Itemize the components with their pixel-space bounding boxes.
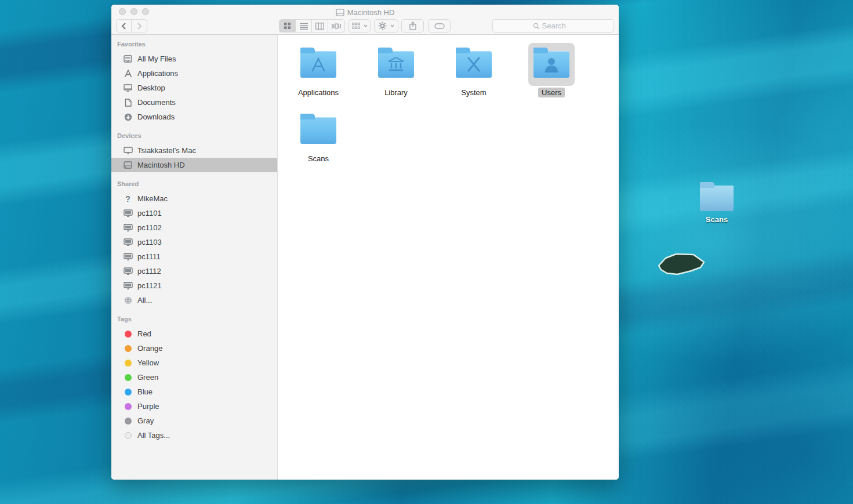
search-icon [533,23,540,30]
sidebar-tag-gray[interactable]: Gray [111,414,277,428]
sidebar-item-label: Gray [137,416,154,425]
sidebar-item-pc1101[interactable]: pc1101 [111,206,277,220]
network-pc-icon [123,282,133,289]
grid-view-icon [284,22,291,30]
coverflow-view-icon [332,23,341,30]
folder-system[interactable]: System [435,43,513,109]
tag-button[interactable] [428,19,451,32]
forward-button[interactable] [132,20,147,32]
desktop-folder-scans[interactable]: Scans [696,181,738,224]
yellow-tag-icon [125,360,132,367]
folder-label: Users [538,88,565,97]
network-pc-icon [123,224,133,231]
sidebar-item-pc1103[interactable]: pc1103 [111,235,277,249]
arrange-button[interactable] [349,19,371,32]
hard-drive-icon [123,161,133,169]
tag-icon [434,23,445,29]
share-button[interactable] [401,19,424,32]
red-tag-icon [125,331,132,338]
nav-buttons [116,19,147,32]
sidebar-item-label: Red [137,329,151,338]
coverflow-view-button[interactable] [328,20,344,32]
folder-icon [451,43,497,86]
finder-window: Macintosh HD [111,5,619,480]
orange-tag-icon [125,345,132,352]
sidebar-item-label: Purple [137,402,159,411]
hard-drive-icon [336,9,344,16]
list-view-button[interactable] [296,20,312,32]
folder-icon [528,43,575,86]
sidebar-item-label: All My Files [137,55,176,63]
gear-icon [378,21,387,30]
person-glyph [533,51,569,78]
search-input[interactable] [542,21,574,30]
network-pc-icon [123,238,133,246]
sidebar-tag-green[interactable]: Green [111,370,277,385]
documents-icon [123,99,133,107]
sidebar-tag-yellow[interactable]: Yellow [111,356,277,370]
column-view-button[interactable] [312,20,328,32]
sidebar-item-label: pc1111 [137,252,161,261]
back-button[interactable] [117,20,132,32]
sidebar-item-downloads[interactable]: Downloads [111,110,277,124]
sidebar-item-label: Macintosh HD [137,161,185,169]
arrange-icon [352,23,360,30]
unknown-computer-icon: ? [123,194,133,204]
search-field[interactable] [492,19,614,32]
folder-icon [373,43,419,86]
folder-applications[interactable]: Applications [280,43,357,109]
sidebar-tag-blue[interactable]: Blue [111,385,277,399]
sidebar-tag-red[interactable]: Red [111,327,277,341]
island-graphic [651,248,712,281]
sidebar-item-pc1102[interactable]: pc1102 [111,220,277,235]
sidebar-item-label: pc1102 [137,223,162,232]
icon-view-button[interactable] [280,20,296,32]
sidebar-item-label: Green [137,373,158,382]
blue-tag-icon [125,389,132,396]
sidebar-item-all-my-files[interactable]: All My Files [111,52,277,66]
folder-icon [700,186,734,211]
sidebar-item-macintosh-hd[interactable]: Macintosh HD [111,158,277,172]
sidebar-item-documents[interactable]: Documents [111,95,277,110]
share-icon [409,21,416,30]
sidebar-item-pc1112[interactable]: pc1112 [111,264,277,278]
sidebar-item-tsiakkastels-mac[interactable]: Tsiakkastel’s Mac [111,143,277,158]
network-pc-icon [123,209,133,217]
mac-display-icon [123,147,133,154]
purple-tag-icon [125,403,132,410]
sidebar-item-label: Documents [137,98,176,107]
sidebar-tag-purple[interactable]: Purple [111,399,277,414]
sidebar-item-all-shared[interactable]: All... [111,293,277,307]
chevron-left-icon [121,23,126,30]
sidebar-item-label: Desktop [137,84,165,92]
sidebar-item-label: pc1103 [137,238,162,246]
applications-icon [123,70,133,77]
window-title: Macintosh HD [111,7,619,17]
sidebar-item-desktop[interactable]: Desktop [111,81,277,95]
desktop-wallpaper: Scans Macintosh HD [0,0,853,504]
action-menu-button[interactable] [374,19,398,32]
sidebar-item-label: MikeMac [137,194,168,203]
sidebar-section-devices: Devices [111,131,277,140]
folder-library[interactable]: Library [357,43,435,109]
sidebar-item-pc1111[interactable]: pc1111 [111,249,277,264]
file-browser-grid: Applications Library [278,35,619,480]
sidebar: Favorites All My Files Applications Desk… [111,35,278,480]
sidebar-item-label: All Tags... [137,431,170,440]
folder-scans[interactable]: Scans [280,109,357,175]
folder-label: Scans [304,154,332,164]
column-view-icon [315,23,324,30]
sidebar-item-applications[interactable]: Applications [111,66,277,81]
sidebar-tag-orange[interactable]: Orange [111,341,277,356]
sidebar-tag-all-tags[interactable]: All Tags... [111,428,277,443]
sidebar-item-pc1121[interactable]: pc1121 [111,278,277,293]
sidebar-item-label: pc1121 [137,281,162,290]
all-my-files-icon [123,55,133,63]
all-tags-icon [125,432,132,439]
folder-users[interactable]: Users [513,43,590,109]
chevron-down-icon [364,24,368,27]
sidebar-item-mikemac[interactable]: ? MikeMac [111,191,277,206]
folder-label: Applications [295,88,342,97]
sidebar-item-label: Tsiakkastel’s Mac [137,146,196,155]
gray-tag-icon [125,418,132,425]
